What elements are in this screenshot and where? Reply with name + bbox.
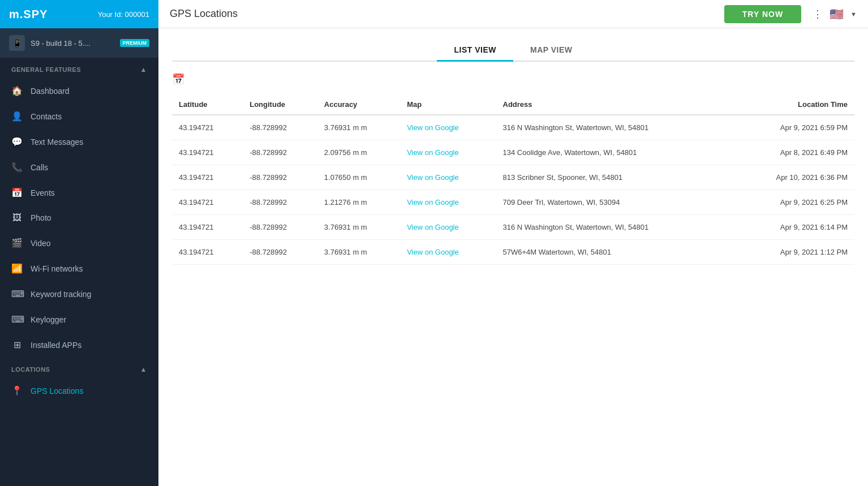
cell-latitude: 43.194721: [172, 165, 243, 190]
col-address: Address: [496, 94, 730, 115]
sidebar-item-label: Calls: [31, 163, 48, 172]
sidebar-item-keylogger[interactable]: ⌨ Keylogger: [0, 307, 158, 332]
cell-address: 316 N Washington St, Watertown, WI, 5480…: [496, 115, 730, 140]
table-body: 43.194721 -88.728992 3.76931 m m View on…: [172, 115, 854, 265]
sidebar-item-installed-apps[interactable]: ⊞ Installed APPs: [0, 332, 158, 358]
cell-latitude: 43.194721: [172, 215, 243, 240]
sidebar-item-contacts[interactable]: 👤 Contacts: [0, 104, 158, 129]
col-location-time: Location Time: [729, 94, 854, 115]
sidebar-item-gps-locations[interactable]: 📍 GPS Locations: [0, 378, 158, 403]
sidebar-item-photo[interactable]: 🖼 Photo: [0, 205, 158, 230]
cell-address: 134 Coolidge Ave, Watertown, WI, 54801: [496, 140, 730, 165]
cell-map[interactable]: View on Google: [400, 115, 496, 140]
try-now-button[interactable]: TRY NOW: [724, 5, 801, 23]
wifi-icon: 📶: [11, 263, 23, 274]
view-tabs: LIST VIEW MAP VIEW: [172, 40, 854, 62]
table-row: 43.194721 -88.728992 1.21276 m m View on…: [172, 190, 854, 215]
sidebar-item-label: Dashboard: [31, 87, 70, 96]
table-row: 43.194721 -88.728992 1.07650 m m View on…: [172, 165, 854, 190]
sidebar-item-text-messages[interactable]: 💬 Text Messages: [0, 129, 158, 154]
cell-address: 57W6+4M Watertown, WI, 54801: [496, 240, 730, 265]
cell-location-time: Apr 9, 2021 6:14 PM: [729, 215, 854, 240]
topbar-icons: ⋮ 🇺🇸 ▼: [813, 7, 857, 21]
contacts-icon: 👤: [11, 111, 23, 122]
col-accuracy: Accuracy: [317, 94, 400, 115]
home-icon: 🏠: [11, 85, 23, 96]
sidebar-item-label: Photo: [31, 213, 51, 222]
locations-section: LOCATIONS ▲: [0, 358, 158, 378]
sidebar-item-wifi[interactable]: 📶 Wi-Fi networks: [0, 256, 158, 281]
calls-icon: 📞: [11, 162, 23, 173]
device-bar: 📱 S9 - build 18 - 5.... PREMIUM: [0, 28, 158, 58]
keylogger-icon: ⌨: [11, 314, 23, 325]
cell-map[interactable]: View on Google: [400, 165, 496, 190]
premium-badge: PREMIUM: [120, 39, 150, 47]
sidebar-item-label: Keylogger: [31, 315, 66, 324]
cell-map[interactable]: View on Google: [400, 215, 496, 240]
language-flag-icon[interactable]: 🇺🇸: [830, 7, 844, 21]
more-icon[interactable]: ⋮: [813, 8, 823, 20]
chevron-up-icon-loc: ▲: [140, 365, 147, 373]
cell-accuracy: 3.76931 m m: [317, 240, 400, 265]
events-icon: 📅: [11, 187, 23, 198]
cell-address: 316 N Washington St, Watertown, WI, 5480…: [496, 215, 730, 240]
cell-address: 709 Deer Trl, Watertown, WI, 53094: [496, 190, 730, 215]
sidebar-item-video[interactable]: 🎬 Video: [0, 230, 158, 256]
cell-accuracy: 3.76931 m m: [317, 115, 400, 140]
sidebar-item-keyword-tracking[interactable]: ⌨ Keyword tracking: [0, 281, 158, 307]
page-title: GPS Locations: [170, 8, 238, 20]
cell-longitude: -88.728992: [243, 115, 317, 140]
col-map: Map: [400, 94, 496, 115]
tab-map-view[interactable]: MAP VIEW: [513, 40, 590, 62]
dropdown-chevron-icon[interactable]: ▼: [850, 11, 857, 18]
cell-accuracy: 1.07650 m m: [317, 165, 400, 190]
table-row: 43.194721 -88.728992 3.76931 m m View on…: [172, 115, 854, 140]
view-on-google-link[interactable]: View on Google: [407, 223, 459, 231]
cell-longitude: -88.728992: [243, 190, 317, 215]
sidebar-item-label: Contacts: [31, 112, 62, 121]
sidebar-item-label: Events: [31, 188, 55, 197]
sidebar: m.SPY Your Id: 000001 📱 S9 - build 18 - …: [0, 0, 158, 486]
table-header: Latitude Longitude Accuracy Map Address …: [172, 94, 854, 115]
cell-location-time: Apr 9, 2021 6:59 PM: [729, 115, 854, 140]
table-row: 43.194721 -88.728992 3.76931 m m View on…: [172, 240, 854, 265]
cell-location-time: Apr 8, 2021 6:49 PM: [729, 140, 854, 165]
apps-icon: ⊞: [11, 339, 23, 350]
chevron-up-icon: ▲: [140, 66, 147, 74]
cell-accuracy: 2.09756 m m: [317, 140, 400, 165]
logo: m.SPY: [9, 8, 48, 21]
col-longitude: Longitude: [243, 94, 317, 115]
sidebar-item-label: Installed APPs: [31, 341, 81, 350]
view-on-google-link[interactable]: View on Google: [407, 173, 459, 182]
main-content: GPS Locations TRY NOW ⋮ 🇺🇸 ▼ LIST VIEW M…: [158, 0, 868, 486]
sidebar-item-dashboard[interactable]: 🏠 Dashboard: [0, 78, 158, 104]
sidebar-item-events[interactable]: 📅 Events: [0, 180, 158, 205]
sidebar-item-label: GPS Locations: [31, 386, 83, 395]
device-icon: 📱: [9, 35, 25, 51]
tab-list-view[interactable]: LIST VIEW: [437, 40, 513, 62]
cell-latitude: 43.194721: [172, 190, 243, 215]
general-features-section: GENERAL FEATURES ▲: [0, 58, 158, 78]
calendar-icon[interactable]: 📅: [172, 73, 854, 85]
view-on-google-link[interactable]: View on Google: [407, 248, 459, 256]
messages-icon: 💬: [11, 136, 23, 147]
view-on-google-link[interactable]: View on Google: [407, 198, 459, 207]
pin-icon: 📍: [11, 385, 23, 396]
cell-map[interactable]: View on Google: [400, 190, 496, 215]
sidebar-header: m.SPY Your Id: 000001: [0, 0, 158, 28]
view-on-google-link[interactable]: View on Google: [407, 148, 459, 157]
cell-latitude: 43.194721: [172, 115, 243, 140]
keyword-icon: ⌨: [11, 289, 23, 299]
sidebar-item-calls[interactable]: 📞 Calls: [0, 154, 158, 180]
photo-icon: 🖼: [11, 213, 23, 223]
cell-longitude: -88.728992: [243, 215, 317, 240]
sidebar-item-label: Wi-Fi networks: [31, 264, 83, 273]
cell-longitude: -88.728992: [243, 165, 317, 190]
cell-longitude: -88.728992: [243, 240, 317, 265]
cell-address: 813 Scribner St, Spooner, WI, 54801: [496, 165, 730, 190]
sidebar-item-label: Video: [31, 239, 51, 248]
cell-map[interactable]: View on Google: [400, 240, 496, 265]
cell-map[interactable]: View on Google: [400, 140, 496, 165]
table-row: 43.194721 -88.728992 3.76931 m m View on…: [172, 215, 854, 240]
view-on-google-link[interactable]: View on Google: [407, 123, 459, 132]
